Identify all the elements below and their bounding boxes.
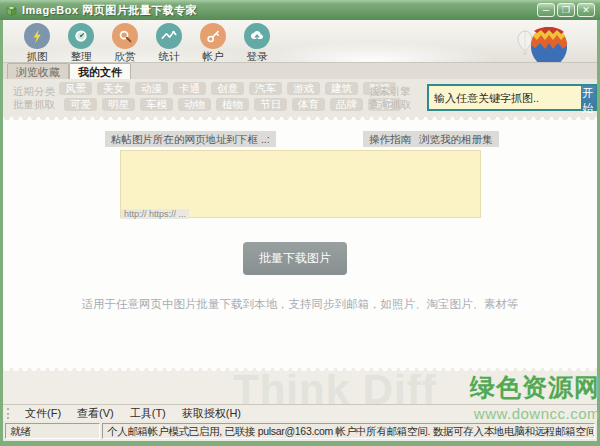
search-engine-label: 搜索引擎 查询抓取: [369, 85, 411, 111]
minimize-button[interactable]: ─: [537, 3, 555, 17]
status-bar: 就绪 个人邮箱帐户模式已启用, 已联接 pulsar@163.com 帐户中所有…: [3, 421, 597, 441]
category-button[interactable]: 体育: [292, 98, 325, 111]
operation-guide-link[interactable]: 操作指南: [363, 131, 417, 147]
category-button[interactable]: 风景: [59, 82, 92, 95]
title-bar: ImageBox 网页图片批量下载专家 ─ ❐ ✕: [0, 0, 600, 20]
line-chart-icon: [156, 23, 182, 49]
app-logo-icon: [5, 4, 18, 17]
category-button[interactable]: 品牌: [330, 98, 363, 111]
url-scheme-hint: http:// https:// ...: [121, 209, 189, 219]
recent-category-label: 近期分类 批量抓取: [13, 85, 55, 111]
paste-url-label: 粘帖图片所在的网页地址到下框 ..:: [105, 131, 276, 147]
menu-file[interactable]: 文件(F): [17, 406, 69, 421]
tab-bar: 浏览收藏 我的文件: [3, 63, 597, 79]
menu-view[interactable]: 查看(V): [69, 406, 122, 421]
toolbar-stats[interactable]: 统计: [147, 23, 191, 63]
menu-license[interactable]: 获取授权(H): [174, 406, 249, 421]
main-content: 粘帖图片所在的网页地址到下框 ..: 操作指南 浏览我的相册集 http:// …: [3, 123, 597, 368]
menu-grip: [7, 408, 10, 419]
category-button[interactable]: 车模: [140, 98, 173, 111]
tab-my-files[interactable]: 我的文件: [69, 63, 131, 79]
category-button[interactable]: 可爱: [64, 98, 97, 111]
category-button[interactable]: 游戏: [287, 82, 320, 95]
category-button[interactable]: 动物: [178, 98, 211, 111]
status-account-info: 个人邮箱帐户模式已启用, 已联接 pulsar@163.com 帐户中所有邮箱空…: [102, 423, 595, 439]
category-button[interactable]: 美女: [97, 82, 130, 95]
menu-bar: 文件(F) 查看(V) 工具(T) 获取授权(H): [3, 404, 597, 421]
category-button[interactable]: 明星: [102, 98, 135, 111]
category-button[interactable]: 卡通: [173, 82, 206, 95]
category-button[interactable]: 植物: [216, 98, 249, 111]
category-button[interactable]: 建筑: [325, 82, 358, 95]
url-textarea[interactable]: [120, 150, 481, 218]
magnifier-icon: [112, 23, 138, 49]
keyword-search-combo: 开始抓取: [427, 84, 597, 111]
toolbar-account[interactable]: 帐户: [191, 23, 235, 63]
feature-description: 适用于任意网页中图片批量下载到本地，支持同步到邮箱，如照片、淘宝图片、素材等: [3, 297, 597, 312]
start-capture-button[interactable]: 开始抓取: [581, 86, 595, 109]
window-title: ImageBox 网页图片批量下载专家: [22, 3, 197, 18]
toolbar-organize[interactable]: 整理: [59, 23, 103, 63]
category-button[interactable]: 节日: [254, 98, 287, 111]
main-toolbar: 抓图 整理 欣赏: [3, 20, 597, 63]
globe-icon: [68, 23, 94, 49]
hot-air-balloon-image: [504, 21, 579, 63]
tab-browse-favorites[interactable]: 浏览收藏: [7, 63, 69, 79]
category-button[interactable]: 汽车: [249, 82, 282, 95]
bottom-strip: Think Diff: [3, 374, 597, 404]
menu-tools[interactable]: 工具(T): [122, 406, 174, 421]
batch-download-button[interactable]: 批量下载图片: [243, 242, 347, 275]
category-panel: 近期分类 批量抓取 风景 美女 动漫 卡通 创意 汽车 游戏 建筑 影视 可爱 …: [3, 79, 597, 117]
browse-album-link[interactable]: 浏览我的相册集: [413, 131, 499, 147]
cloud-upload-icon: [244, 23, 270, 49]
category-button[interactable]: 动漫: [135, 82, 168, 95]
category-button[interactable]: 创意: [211, 82, 244, 95]
lightning-icon: [24, 23, 50, 49]
maximize-button[interactable]: ❐: [557, 3, 575, 17]
key-icon: [200, 23, 226, 49]
keyword-search-input[interactable]: [429, 86, 581, 109]
status-ready: 就绪: [5, 423, 100, 439]
close-button[interactable]: ✕: [577, 3, 595, 17]
toolbar-login[interactable]: 登录: [235, 23, 279, 63]
app-window: ImageBox 网页图片批量下载专家 ─ ❐ ✕ 抓图: [0, 0, 600, 446]
toolbar-view[interactable]: 欣赏: [103, 23, 147, 63]
toolbar-capture[interactable]: 抓图: [15, 23, 59, 63]
background-watermark: Think Diff: [233, 374, 437, 404]
window-border-bottom: [0, 441, 600, 446]
